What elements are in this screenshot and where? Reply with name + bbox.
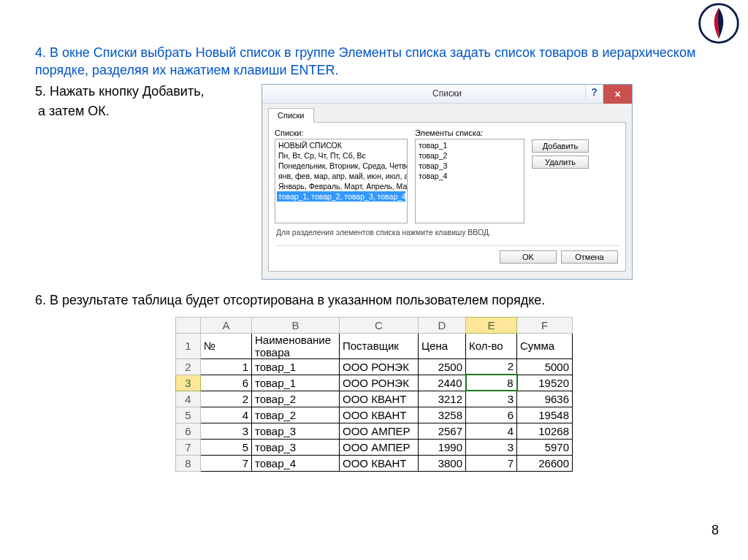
cell[interactable]: Цена [419,333,466,358]
col-header[interactable]: B [252,317,340,333]
cell[interactable]: № [201,333,252,358]
cell[interactable]: 10268 [517,423,573,439]
cell[interactable]: 4 [201,407,252,423]
dialog-titlebar: Списки ? × [262,85,632,104]
cell[interactable]: товар_2 [252,407,340,423]
cell[interactable]: 19548 [517,407,573,423]
lists-listbox[interactable]: НОВЫЙ СПИСОК Пн, Вт, Ср, Чт, Пт, Сб, Вс … [275,139,408,223]
cell[interactable]: 19520 [517,375,573,391]
list-item: товар_4 [417,171,522,181]
cell[interactable]: 6 [466,407,517,423]
help-button[interactable]: ? [585,85,603,99]
row-header[interactable]: 8 [176,455,201,471]
cell[interactable]: 3212 [419,391,466,407]
delete-button[interactable]: Удалить [532,156,589,169]
elements-label: Элементы списка: [415,129,524,137]
cell[interactable]: 2500 [419,358,466,375]
cell[interactable]: 26600 [517,455,573,471]
row-header[interactable]: 7 [176,439,201,455]
cell[interactable]: товар_1 [252,375,340,391]
cell[interactable]: товар_3 [252,423,340,439]
active-cell[interactable]: 8 [466,375,517,391]
cell[interactable]: 7 [201,455,252,471]
row-header[interactable]: 3 [176,375,201,391]
tab-lists[interactable]: Списки [268,108,314,123]
list-item[interactable]: товар_1, товар_2, товар_3, товар_4 [277,191,405,202]
close-button[interactable]: × [603,85,632,104]
cell[interactable]: 4 [466,423,517,439]
cell[interactable]: ООО АМПЕР [340,439,419,455]
step-5-text-a: 5. Нажать кнопку Добавить, [35,84,262,99]
cell[interactable]: 6 [201,375,252,391]
elements-listbox[interactable]: товар_1 товар_2 товар_3 товар_4 [415,139,524,223]
lists-label: Списки: [275,129,408,137]
col-header[interactable]: A [201,317,252,333]
result-spreadsheet: A B C D E F 1 № Наименование товара Пост… [175,317,573,472]
cancel-button[interactable]: Отмена [561,250,618,264]
cell[interactable]: ООО АМПЕР [340,423,419,439]
cell[interactable]: 2 [201,391,252,407]
ok-button[interactable]: OK [500,250,557,264]
cell[interactable]: 5000 [517,358,573,375]
cell[interactable]: Наименование товара [252,333,340,358]
lists-dialog: Списки ? × Списки Списки: [262,84,633,280]
list-item[interactable]: Пн, Вт, Ср, Чт, Пт, Сб, Вс [277,150,405,161]
row-header[interactable]: 2 [176,358,201,375]
list-item: товар_3 [417,161,522,171]
cell[interactable]: 3 [466,439,517,455]
cell[interactable]: ООО РОНЭК [340,358,419,375]
cell[interactable]: товар_1 [252,358,340,375]
step-5-text-b: а затем ОК. [35,104,262,119]
cell[interactable]: товар_2 [252,391,340,407]
list-item[interactable]: Январь, Февраль, Март, Апрель, Май, Июнь [277,181,405,191]
list-item[interactable]: Понедельник, Вторник, Среда, Четверг, Пя… [277,161,405,171]
document-logo [698,3,739,44]
col-header[interactable]: F [517,317,573,333]
cell[interactable]: 3258 [419,407,466,423]
cell[interactable]: ООО КВАНТ [340,391,419,407]
cell[interactable]: товар_3 [252,439,340,455]
row-header[interactable]: 1 [176,333,201,358]
dialog-title: Списки [262,88,632,99]
cell[interactable]: 3 [466,391,517,407]
cell[interactable]: 7 [466,455,517,471]
col-header[interactable]: C [340,317,419,333]
col-header[interactable]: E [466,317,517,333]
cell[interactable]: 1990 [419,439,466,455]
hint-text: Для разделения элементов списка нажмите … [275,223,619,242]
col-header[interactable]: D [419,317,466,333]
row-header[interactable]: 5 [176,407,201,423]
list-item[interactable]: янв, фев, мар, апр, май, июн, июл, авг, … [277,171,405,181]
list-item: товар_1 [417,140,522,150]
cell[interactable]: ООО РОНЭК [340,375,419,391]
list-item: товар_2 [417,150,522,161]
cell[interactable]: 1 [201,358,252,375]
cell[interactable]: 3800 [419,455,466,471]
cell[interactable]: 2 [466,358,517,375]
cell[interactable]: товар_4 [252,455,340,471]
cell[interactable]: 9636 [517,391,573,407]
add-button[interactable]: Добавить [532,139,589,153]
select-all-corner[interactable] [176,317,201,333]
cell[interactable]: 3 [201,423,252,439]
cell[interactable]: 5 [201,439,252,455]
row-header[interactable]: 4 [176,391,201,407]
page-number: 8 [711,523,719,538]
cell[interactable]: 5970 [517,439,573,455]
cell[interactable]: Поставщик [340,333,419,358]
cell[interactable]: ООО КВАНТ [340,407,419,423]
cell[interactable]: Сумма [517,333,573,358]
cell[interactable]: 2440 [419,375,466,391]
cell[interactable]: ООО КВАНТ [340,455,419,471]
step-6-text: 6. В результате таблица будет отсортиров… [35,293,713,308]
cell[interactable]: 2567 [419,423,466,439]
step-4-text: 4. В окне Списки выбрать Новый список в … [35,44,713,80]
row-header[interactable]: 6 [176,423,201,439]
cell[interactable]: Кол-во [466,333,517,358]
list-item[interactable]: НОВЫЙ СПИСОК [277,140,405,150]
